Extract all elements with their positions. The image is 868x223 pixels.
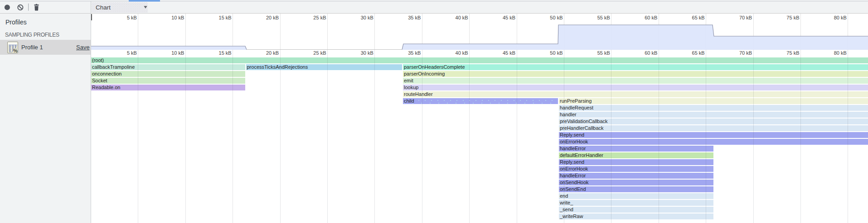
svg-text:%: % — [13, 48, 18, 53]
